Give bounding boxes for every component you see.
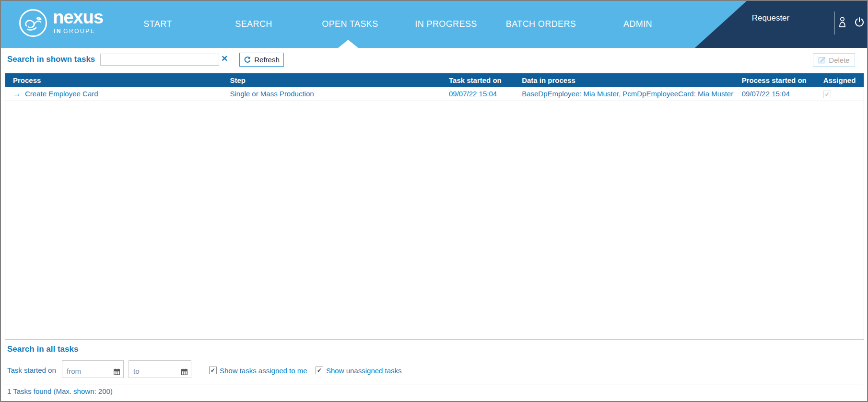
nav-start[interactable]: START <box>143 19 172 29</box>
header-divider <box>850 11 850 34</box>
footer-separator <box>5 384 863 384</box>
delete-edit-icon <box>818 56 826 64</box>
nav-batch-orders[interactable]: BATCH ORDERS <box>506 19 576 29</box>
calendar-icon[interactable] <box>114 368 120 375</box>
refresh-button[interactable]: Refresh <box>239 53 284 67</box>
active-tab-indicator <box>338 40 358 48</box>
cell-process[interactable]: →Create Employee Card <box>5 87 223 101</box>
refresh-icon <box>244 56 251 64</box>
cell-data-in-process: BaseDpEmployee: Mia Muster, PcmDpEmploye… <box>514 87 734 101</box>
search-all-tasks-title: Search in all tasks <box>7 345 78 354</box>
clear-search-icon[interactable]: ✕ <box>221 54 228 64</box>
assigned-checkbox: ✓ <box>823 91 831 98</box>
task-started-on-label: Task started on <box>7 366 56 374</box>
table-header-row: Process Step Task started on Data in pro… <box>5 73 864 87</box>
show-unassigned-checkbox[interactable]: ✓ <box>316 367 323 374</box>
user-profile-icon[interactable] <box>838 16 846 29</box>
col-header-data-in-process[interactable]: Data in process <box>514 73 734 87</box>
open-tasks-table: Process Step Task started on Data in pro… <box>5 73 864 101</box>
date-from-input[interactable]: from <box>62 360 124 378</box>
nav-search[interactable]: SEARCH <box>235 19 272 29</box>
logo-subtitle: INGROUPE <box>54 28 103 34</box>
refresh-label: Refresh <box>254 56 280 64</box>
cell-process-started: 09/07/22 15:04 <box>734 87 816 101</box>
app-logo[interactable]: nexus INGROUPE <box>19 8 103 37</box>
from-placeholder: from <box>67 367 81 375</box>
col-header-assigned[interactable]: Assigned <box>816 73 864 87</box>
show-unassigned-label[interactable]: Show unassigned tasks <box>326 367 402 375</box>
table-row[interactable]: →Create Employee Card Single or Mass Pro… <box>5 87 864 101</box>
date-to-input[interactable]: to <box>129 360 191 378</box>
app-window: nexus INGROUPE START SEARCH OPEN TASKS I… <box>0 0 868 402</box>
search-shown-tasks-label: Search in shown tasks <box>7 55 95 64</box>
nav-admin[interactable]: ADMIN <box>623 19 652 29</box>
search-shown-tasks-input[interactable] <box>100 54 219 66</box>
nav-open-tasks[interactable]: OPEN TASKS <box>322 19 378 29</box>
logout-power-icon[interactable] <box>854 16 865 29</box>
cell-task-started: 09/07/22 15:04 <box>441 87 514 101</box>
nav-in-progress[interactable]: IN PROGRESS <box>415 19 477 29</box>
to-placeholder: to <box>133 367 140 375</box>
nexus-dragon-icon <box>19 9 47 37</box>
calendar-icon[interactable] <box>181 368 188 375</box>
col-header-process-started[interactable]: Process started on <box>734 73 816 87</box>
delete-label: Delete <box>829 56 849 64</box>
col-header-step[interactable]: Step <box>223 73 442 87</box>
header-divider <box>834 11 835 34</box>
process-link[interactable]: Create Employee Card <box>25 90 98 98</box>
col-header-task-started[interactable]: Task started on <box>441 73 514 87</box>
logo-brand: nexus <box>53 8 103 27</box>
delete-button[interactable]: Delete <box>813 53 855 67</box>
cell-assigned: ✓ <box>816 87 864 101</box>
logo-text: nexus INGROUPE <box>53 8 103 34</box>
cell-step: Single or Mass Production <box>223 87 442 101</box>
show-assigned-checkbox[interactable]: ✓ <box>209 367 217 374</box>
top-navbar: nexus INGROUPE START SEARCH OPEN TASKS I… <box>1 1 867 48</box>
show-assigned-label[interactable]: Show tasks assigned to me <box>220 367 307 375</box>
tasks-found-status: 1 Tasks found (Max. shown: 200) <box>7 387 113 395</box>
open-task-arrow-icon[interactable]: → <box>13 90 21 98</box>
col-header-process[interactable]: Process <box>5 73 223 87</box>
open-tasks-table-panel: Process Step Task started on Data in pro… <box>5 73 864 340</box>
user-role-label: Requester <box>752 13 789 23</box>
